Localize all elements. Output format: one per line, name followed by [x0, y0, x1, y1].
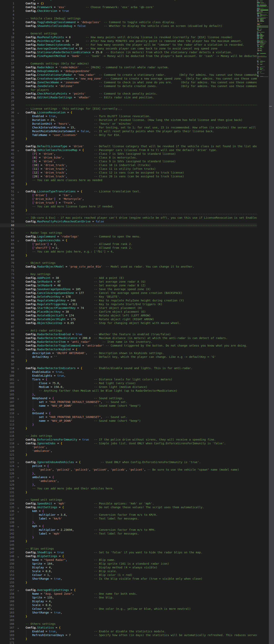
code-lines[interactable]: 1Config = {}2Config.Framework = 'esx' --…: [0, 2, 257, 644]
code-text[interactable]: -- for players: [26, 88, 257, 92]
code-line-143[interactable]: 143 }: [0, 536, 257, 539]
code-text[interactable]: Config.SpeedUnit = 'mph' -- Possible opt…: [26, 502, 257, 506]
code-text[interactable]: Config.StationaryRadarDetectionDistance …: [26, 50, 257, 54]
code-line-55[interactable]: 55 -- You can add more license types her…: [0, 205, 257, 208]
code-line-52[interactable]: 52 ['drive'] = 'Car',: [0, 193, 257, 197]
code-line-41[interactable]: 41 [7] = 'drive', -- Class 7 is SUVs (as…: [0, 152, 257, 156]
code-line-94[interactable]: 94 description = 'ON/OFF ANTIRADAR', -- …: [0, 351, 257, 355]
code-text[interactable]: ResetPointsOnReinstatement = false, -- I…: [26, 130, 257, 133]
code-line-107[interactable]: 107 set = "HUD_FRONTEND_DEFAULT_SOUNDSET…: [0, 400, 257, 404]
code-line-105[interactable]: 105 },: [0, 393, 257, 396]
code-text[interactable]: -- [Qb-core & Esx] - if max points reach…: [26, 216, 257, 220]
code-text[interactable]: Config.RadarDetectorIndicators = { -- En…: [26, 366, 257, 370]
code-text[interactable]: Config.ObjectZAxisStep = 0.05 -- Step fo…: [26, 321, 257, 325]
fold-chevron-icon[interactable]: ⌄: [14, 412, 26, 415]
code-line-157[interactable]: 157⌄Config.AverageBlipSettings = {: [0, 588, 257, 592]
fold-chevron-icon[interactable]: ⌄: [14, 554, 26, 558]
code-text[interactable]: }: [26, 254, 257, 257]
code-text[interactable]: }: [26, 536, 257, 539]
code-text[interactable]: Config.AddPoint = 38 -- Add a point (E): [26, 276, 257, 280]
code-line-146[interactable]: 146-- Blips settings: [0, 547, 257, 550]
code-text[interactable]: Config.BlipSettings = {: [26, 554, 257, 558]
code-text[interactable]: -- Anything farther than Medium will be …: [26, 389, 257, 393]
code-line-21[interactable]: 21Config.CreateAverageSpeedZone = 'new_a…: [0, 77, 257, 80]
code-text[interactable]: [26, 325, 257, 329]
code-line-86[interactable]: 86Config.ObjectZAxisStep = 0.05 -- Step …: [0, 321, 257, 325]
code-line-45[interactable]: 45 [11] = 'drive_truck', -- Class 11 is …: [0, 167, 257, 171]
code-line-118[interactable]: 118⌄Config.IgnoredJobs = { -- Simple job…: [0, 442, 257, 445]
code-line-156[interactable]: 156: [0, 584, 257, 588]
code-line-26[interactable]: 26Config.EditAntiRadarSettings = 'eRadar…: [0, 96, 257, 99]
code-text[interactable]: label = 'mph' -- Text label for messages…: [26, 532, 257, 536]
code-text[interactable]: BeepSound = { -- Sound settings.: [26, 396, 257, 400]
code-text[interactable]: RefreshIntervalDays = 7 -- Specify how o…: [26, 633, 257, 637]
code-line-84[interactable]: 84Config.RotateObjectLeft = 174 -- Rotat…: [0, 314, 257, 318]
code-line-106[interactable]: 106⌄ BeepSound = { -- Sound settings.: [0, 396, 257, 400]
code-line-171[interactable]: 171: [0, 641, 257, 644]
code-line-116[interactable]: 116-- Jobs settings: [0, 434, 257, 438]
code-text[interactable]: TableName = 'user_licenses' -- Only for …: [26, 133, 257, 137]
code-line-126[interactable]: 126 },: [0, 472, 257, 476]
code-line-125[interactable]: 125 'police', 'police2', 'police3', 'pol…: [0, 468, 257, 472]
code-line-8[interactable]: 8: [0, 28, 257, 32]
code-line-120[interactable]: 120 'ambulance',: [0, 449, 257, 453]
code-text[interactable]: Config.EditAntiRadarSettings = 'eRadar' …: [26, 96, 257, 99]
code-line-15[interactable]: 15Config.FinePaymentMethod = 'bank' -- '…: [0, 54, 257, 58]
minimap[interactable]: [256, 0, 269, 83]
code-text[interactable]: -- You can add more license types here i…: [26, 205, 257, 208]
code-text[interactable]: [26, 618, 257, 622]
code-line-1[interactable]: 1Config = {}: [0, 2, 257, 5]
code-line-64[interactable]: 64⌄Config.LogsAccessJobs = {: [0, 238, 257, 242]
code-line-87[interactable]: 87: [0, 325, 257, 329]
code-line-23[interactable]: 23Config.ZoneDelete = 'delzone' -- Comma…: [0, 84, 257, 88]
code-text[interactable]: Colour = 47, -- One color (e.g., yellow …: [26, 607, 257, 611]
code-text[interactable]: Config.LicenseRevocation = {: [26, 111, 257, 114]
code-text[interactable]: Config.CreateStationaryRadar = 'new_rada…: [26, 73, 257, 77]
code-text[interactable]: Config.RadarObjectModel = 'prop_cctv_pol…: [26, 265, 257, 268]
code-line-11[interactable]: 11Config.PointDecayTime = 30 -- After ho…: [0, 39, 257, 43]
code-text[interactable]: Config.RadarImmunitySeconds = 20 -- For …: [26, 43, 257, 47]
code-line-134[interactable]: 134Config.SpeedUnit = 'mph' -- Possible …: [0, 502, 257, 506]
code-line-56[interactable]: 56}: [0, 208, 257, 212]
code-line-77[interactable]: 77Config.SaveAverageSpeedZone = 105 -- S…: [0, 287, 257, 291]
code-line-123[interactable]: 123⌄Config.IgnoredJobsAndVehicles = { --…: [0, 460, 257, 464]
code-text[interactable]: Config.AverageZoneGracePeriod = 10 -- Ho…: [26, 47, 257, 50]
code-text[interactable]: -- Radar logs settings: [26, 231, 257, 235]
code-text[interactable]: [26, 362, 257, 366]
code-line-150[interactable]: 150 Sprite = 184, -- Blip sprite (161 is…: [0, 562, 257, 566]
code-line-43[interactable]: 43 [9] = 'drive', -- Class 9 is SUVs (as…: [0, 160, 257, 163]
code-line-28[interactable]: 28--------------------------------------…: [0, 103, 257, 107]
code-text[interactable]: [26, 186, 257, 190]
code-text[interactable]: [26, 257, 257, 261]
code-line-160[interactable]: 160 Display = 4,: [0, 600, 257, 603]
code-text[interactable]: ['sheriff'] = 2, -- Allowed from rank 2.: [26, 246, 257, 250]
code-line-37[interactable]: 37}: [0, 137, 257, 141]
code-line-67[interactable]: 67 -- You can add more jobs here, e.g.: …: [0, 250, 257, 254]
code-text[interactable]: -- Commands settings (Only for admins): [26, 62, 257, 66]
code-line-61[interactable]: 61: [0, 227, 257, 231]
code-line-159[interactable]: 159 Sprite = 135, -- One blip.: [0, 596, 257, 600]
code-line-44[interactable]: 44 [10] = 'drive_truck', -- Class 10 is …: [0, 163, 257, 167]
code-line-117[interactable]: 117Config.EnforceSirensForImmunity = tru…: [0, 438, 257, 442]
code-text[interactable]: Config.RegulateTriggerKey = 311 -- Key t…: [26, 302, 257, 306]
code-text[interactable]: Config = {}: [26, 2, 257, 5]
scrollbar[interactable]: [269, 0, 274, 644]
code-line-34[interactable]: 34 CheckIntervalMinutes = 15, -- For tes…: [0, 126, 257, 130]
code-text[interactable]: [26, 28, 257, 32]
code-text[interactable]: Config.VehicleClassToLicenseMap = { -- P…: [26, 148, 257, 152]
code-line-47[interactable]: 47 [20] = 'drive_truck', -- Class 20 is …: [0, 174, 257, 178]
code-line-89[interactable]: 89Config.RadarDetectorEnabled = true -- …: [0, 332, 257, 336]
code-line-20[interactable]: 20Config.CreateStationaryRadar = 'new_ra…: [0, 73, 257, 77]
code-text[interactable]: [20] = 'drive_truck', -- Class 20 is van…: [26, 174, 257, 178]
fold-chevron-icon[interactable]: ⌄: [14, 588, 26, 592]
code-line-133[interactable]: 133-- Speed unit settings: [0, 498, 257, 502]
code-line-136[interactable]: 136⌄ kmh = {: [0, 509, 257, 513]
code-text[interactable]: ambulance = {: [26, 476, 257, 479]
code-text[interactable]: Config.ToggleDebugClassCommand = 'debugc…: [26, 20, 257, 24]
code-text[interactable]: -- Anti-radar settings: [26, 329, 257, 332]
fold-chevron-icon[interactable]: ⌄: [14, 476, 26, 479]
code-line-110[interactable]: 110⌄ OnSound = {: [0, 412, 257, 415]
code-line-71[interactable]: 71Config.RadarObjectModel = 'prop_cctv_p…: [0, 265, 257, 268]
code-line-149[interactable]: 149 Name = "Speed Radar", -- Blip name.: [0, 558, 257, 562]
code-text[interactable]: Config.Statistics = {: [26, 626, 257, 630]
